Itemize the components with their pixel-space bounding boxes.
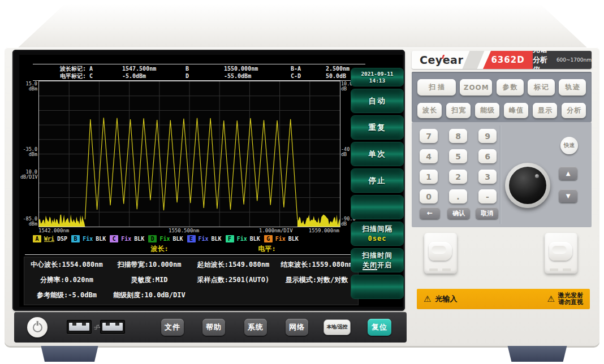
connector-cover-lever (429, 242, 452, 261)
keypad-minus[interactable]: - (478, 189, 497, 203)
keypad-6[interactable]: 6 (478, 149, 497, 163)
screen-bezel: 波长标记: A 1547.500nm B 1550.000nm B-A 2.50… (12, 50, 405, 311)
wavelength-key[interactable]: 波长 (417, 103, 442, 118)
marker-key-button[interactable]: 标记 (528, 79, 555, 96)
parameter-key[interactable]: 参数 (497, 79, 524, 96)
usb-icon (93, 324, 100, 330)
zoom-key[interactable]: ZOOM (460, 79, 492, 96)
keypad-8[interactable]: 8 (449, 129, 467, 143)
keypad-5[interactable]: 5 (449, 149, 467, 163)
down-arrow-button[interactable]: ▼ (559, 189, 577, 202)
marker-key: D (185, 72, 224, 80)
system-button[interactable]: 系统 (244, 319, 267, 336)
keypad-4[interactable]: 4 (420, 149, 438, 163)
keypad-2[interactable]: 2 (449, 170, 467, 184)
wavelength-readout-label: 波长: (120, 244, 199, 254)
usb-port-2 (100, 320, 125, 334)
trace-legend: AWriDSPBFixBLKCFixBLKDFixBLKEFixBLKFFixB… (33, 235, 299, 242)
time-text: 14:13 (369, 77, 386, 84)
level-readout-label: 电平: (227, 244, 307, 254)
network-button[interactable]: 网络 (286, 319, 308, 336)
softkey-blank-1[interactable] (351, 195, 404, 219)
keypad-3[interactable]: 3 (478, 170, 497, 184)
marker-row-label: 电平标记: (33, 72, 89, 80)
knob-indicator-dot (535, 174, 539, 178)
info-cell: 显示模式:对数/对数 (277, 275, 356, 285)
keypad-dot[interactable]: . (449, 189, 467, 203)
datetime-box: 2021-09-11 14:13 (351, 68, 404, 86)
rotary-knob[interactable] (505, 163, 550, 208)
help-button[interactable]: 帮助 (202, 319, 225, 336)
keypad-0[interactable]: 0 (420, 189, 438, 203)
warning-light-input-text: 光输入 (435, 294, 457, 304)
info-cell: 中心波长:1554.080nm (24, 260, 109, 270)
info-cell: 能级刻度:10.0dB/DIV (109, 291, 189, 300)
trace-legend-item: BFixBLK (71, 235, 106, 242)
keypad-7[interactable]: 7 (420, 129, 438, 143)
model-badge: 6362D (483, 51, 533, 69)
softkey-repeat[interactable]: 重复 (351, 115, 404, 140)
settings-info-panel: 中心波长:1554.080nm 扫描带宽:10.000nm 起始波长:1549.… (24, 257, 359, 305)
marker-value: 1547.500nm (122, 65, 185, 72)
keypad-1[interactable]: 1 (420, 170, 438, 184)
sweep-time-on: 开启 (377, 261, 392, 269)
warning-triangle-icon: ⚠ (547, 296, 555, 303)
x-per-div-label: 1.000nm/DIV (259, 228, 293, 233)
softkey-single[interactable]: 单次 (351, 142, 404, 166)
optical-input-connector (424, 233, 457, 274)
reset-button[interactable]: 复位 (368, 319, 391, 336)
softkey-blank-2[interactable] (351, 275, 404, 299)
local-remote-button[interactable]: 本地/远控 (323, 319, 351, 335)
function-key-panel: 扫描 ZOOM 参数 标记 轨迹 波长 扫宽 能级 峰值 显示 分析 (412, 72, 592, 122)
y-axis-left-bottom: -85.0dBm (20, 216, 37, 227)
softkey-sweep-time[interactable]: 扫描时间 关闭开启 (351, 248, 404, 272)
info-cell: 起始波长:1549.080nm (189, 260, 277, 270)
quick-button[interactable]: 快速 (560, 137, 578, 154)
softkey-column: 2021-09-11 14:13 自动 重复 单次 停止 扫描间隔 0sec 扫… (351, 68, 404, 301)
warning-strip: ⚠ 光输入 ⚠ 激光发射 请勿直视 (417, 289, 590, 309)
spectrum-trace-svg (39, 81, 340, 227)
softkey-auto[interactable]: 自动 (351, 89, 404, 113)
spectrum-analyzer-front-panel: 波长标记: A 1547.500nm B 1550.000nm B-A 2.50… (0, 0, 604, 364)
keypad-panel: 7 8 9 4 5 6 1 2 3 0 . - ← 确认 取消 快速 ▲ ▼ (412, 122, 592, 227)
wavelength-range: 600~1700nm (556, 57, 592, 63)
bottom-control-bar: 文件 帮助 系统 网络 本地/远控 复位 (14, 312, 407, 343)
separator-line (25, 254, 357, 255)
knob-face (509, 167, 546, 204)
trace-key[interactable]: 轨迹 (559, 79, 586, 96)
marker-readout-row: 波长: 电平: (24, 244, 357, 253)
confirm-key[interactable]: 确认 (447, 207, 470, 219)
power-button[interactable] (27, 317, 48, 337)
warning-laser: ⚠ 激光发射 请勿直视 (547, 292, 583, 306)
up-arrow-button[interactable]: ▲ (559, 167, 577, 180)
sweep-key[interactable]: 扫描 (417, 79, 456, 96)
chassis-top-lid (17, 3, 588, 49)
marker-key: B (185, 65, 224, 72)
peak-key[interactable]: 峰值 (504, 103, 528, 118)
y-axis-left-mid: -35.0dBm (20, 147, 37, 157)
plot-area (38, 81, 340, 227)
file-button[interactable]: 文件 (161, 319, 184, 336)
span-key[interactable]: 扫宽 (446, 103, 471, 118)
marker-key: B-A (291, 65, 326, 72)
marker-value: -55.0dBm (224, 72, 291, 80)
lcd-display: 波长标记: A 1547.500nm B 1550.000nm B-A 2.50… (19, 55, 403, 307)
info-cell: 结束波长:1559.080nm (277, 260, 356, 270)
analysis-key[interactable]: 分析 (562, 103, 586, 118)
keypad-9[interactable]: 9 (478, 129, 497, 143)
y-axis-scale: 10.0dB/DIV (20, 170, 37, 180)
softkey-sweep-interval[interactable]: 扫描间隔 0sec (351, 222, 404, 246)
power-icon (33, 323, 42, 332)
marker-value: 1550.000nm (224, 65, 291, 72)
display-key[interactable]: 显示 (533, 103, 557, 118)
info-cell: 参考能级:-5.0dBm (24, 291, 109, 300)
trace-legend-item: DFixBLK (148, 235, 183, 242)
laser-output-connector (545, 233, 577, 274)
softkey-stop[interactable]: 停止 (351, 168, 404, 193)
level-key[interactable]: 能级 (475, 103, 499, 118)
backspace-key[interactable]: ← (420, 207, 440, 219)
marker-value: -5.0dBm (122, 72, 185, 80)
cancel-key[interactable]: 取消 (476, 207, 498, 219)
connector-cover-lever (549, 242, 572, 261)
sweep-time-off: 关闭 (363, 261, 377, 270)
